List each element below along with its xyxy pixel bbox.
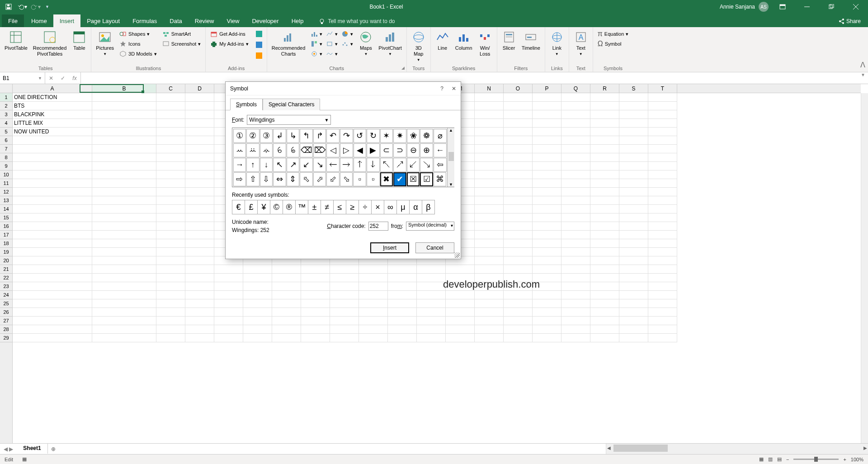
symbol-cell[interactable]: ꕂ [260, 143, 273, 157]
symbol-grid-scrollbar[interactable]: ▲▼ [447, 128, 454, 187]
text-button[interactable]: AText▼ [572, 29, 590, 57]
symbol-cell[interactable]: ▫ [367, 172, 380, 186]
recent-symbol-cell[interactable]: ∞ [384, 200, 397, 214]
cell-P10[interactable] [533, 170, 561, 179]
cell-C5[interactable] [156, 128, 185, 136]
cell-M21[interactable] [446, 265, 475, 274]
cell-O24[interactable] [504, 291, 533, 299]
cell-A11[interactable] [13, 179, 92, 188]
cell-G27[interactable] [272, 317, 301, 325]
cell-C1[interactable] [156, 93, 185, 102]
symbol-cell[interactable]: ⬂ [340, 172, 353, 186]
cell-N19[interactable] [475, 248, 504, 256]
font-select[interactable]: Wingdings▼ [247, 115, 331, 125]
cell-C9[interactable] [156, 162, 185, 170]
cell-D10[interactable] [185, 170, 214, 179]
cell-S12[interactable] [619, 188, 648, 196]
cell-C27[interactable] [156, 317, 185, 325]
cell-J24[interactable] [359, 291, 388, 299]
cell-N27[interactable] [475, 317, 504, 325]
cell-H22[interactable] [301, 274, 330, 282]
cell-T6[interactable] [648, 136, 677, 145]
cell-A7[interactable] [13, 145, 92, 153]
cell-T7[interactable] [648, 145, 677, 153]
cell-P24[interactable] [533, 291, 561, 299]
cell-P20[interactable] [533, 256, 561, 265]
cell-R8[interactable] [590, 153, 619, 162]
cell-O19[interactable] [504, 248, 533, 256]
cell-C3[interactable] [156, 110, 185, 119]
cell-R18[interactable] [590, 239, 619, 248]
cell-T12[interactable] [648, 188, 677, 196]
cell-Q18[interactable] [561, 239, 590, 248]
cell-Q5[interactable] [561, 128, 590, 136]
cell-I26[interactable] [330, 308, 359, 317]
column-header-o[interactable]: O [504, 84, 533, 93]
row-header-20[interactable]: 20 [0, 256, 12, 265]
cell-N15[interactable] [475, 213, 504, 222]
row-header-21[interactable]: 21 [0, 265, 12, 274]
cell-S27[interactable] [619, 317, 648, 325]
cell-G26[interactable] [272, 308, 301, 317]
cell-K24[interactable] [388, 291, 417, 299]
bing-addin-button[interactable] [254, 29, 264, 39]
cell-I23[interactable] [330, 282, 359, 291]
cell-B6[interactable] [92, 136, 156, 145]
symbol-cell[interactable]: ⬁ [300, 172, 313, 186]
cell-R4[interactable] [590, 119, 619, 128]
cell-O21[interactable] [504, 265, 533, 274]
row-header-4[interactable]: 4 [0, 119, 12, 128]
accept-edit-button[interactable]: ✓ [57, 75, 69, 81]
cell-B29[interactable] [92, 334, 156, 342]
row-header-29[interactable]: 29 [0, 334, 12, 342]
tab-developer[interactable]: Developer [245, 14, 285, 27]
tab-review[interactable]: Review [189, 14, 221, 27]
scroll-right-icon[interactable]: ▶ [863, 445, 867, 450]
symbol-cell[interactable]: ▷ [340, 143, 353, 157]
cell-S16[interactable] [619, 222, 648, 231]
recommended-charts-button[interactable]: Recommended Charts [270, 29, 307, 58]
symbol-cell[interactable]: ❀ [407, 129, 420, 143]
tab-data[interactable]: Data [163, 14, 188, 27]
cell-Q27[interactable] [561, 317, 590, 325]
cell-P21[interactable] [533, 265, 561, 274]
cell-D7[interactable] [185, 145, 214, 153]
view-layout-button[interactable]: ▥ [768, 456, 773, 462]
tab-help[interactable]: Help [285, 14, 310, 27]
cell-T9[interactable] [648, 162, 677, 170]
cell-E29[interactable] [214, 334, 243, 342]
cell-R1[interactable] [590, 93, 619, 102]
cell-C21[interactable] [156, 265, 185, 274]
close-button[interactable] [845, 0, 866, 14]
cell-R21[interactable] [590, 265, 619, 274]
cell-P17[interactable] [533, 231, 561, 239]
symbol-cell[interactable]: ⬃ [326, 172, 340, 186]
cell-H28[interactable] [301, 325, 330, 334]
cell-R9[interactable] [590, 162, 619, 170]
symbol-cell[interactable]: ↑ [246, 158, 259, 172]
cell-B19[interactable] [92, 248, 156, 256]
cell-M27[interactable] [446, 317, 475, 325]
spark-line-button[interactable]: Line [434, 29, 452, 52]
zoom-out-button[interactable]: − [786, 457, 789, 462]
symbol-cell[interactable]: ✔ [393, 172, 406, 186]
cell-L23[interactable] [417, 282, 446, 291]
symbol-cell[interactable]: ◀ [354, 143, 367, 157]
column-header-d[interactable]: D [185, 84, 214, 93]
cell-N7[interactable] [475, 145, 504, 153]
cell-P2[interactable] [533, 102, 561, 110]
cell-C6[interactable] [156, 136, 185, 145]
cell-O28[interactable] [504, 325, 533, 334]
cell-Q16[interactable] [561, 222, 590, 231]
cell-J26[interactable] [359, 308, 388, 317]
people-addin-button[interactable] [254, 51, 264, 61]
symbol-cell[interactable]: ⇧ [246, 172, 259, 186]
cell-R26[interactable] [590, 308, 619, 317]
cell-T24[interactable] [648, 291, 677, 299]
cell-A12[interactable] [13, 188, 92, 196]
cell-S28[interactable] [619, 325, 648, 334]
cell-H24[interactable] [301, 291, 330, 299]
cell-F21[interactable] [243, 265, 272, 274]
pivotchart-button[interactable]: PivotChart▼ [377, 29, 403, 57]
cell-N25[interactable] [475, 299, 504, 308]
